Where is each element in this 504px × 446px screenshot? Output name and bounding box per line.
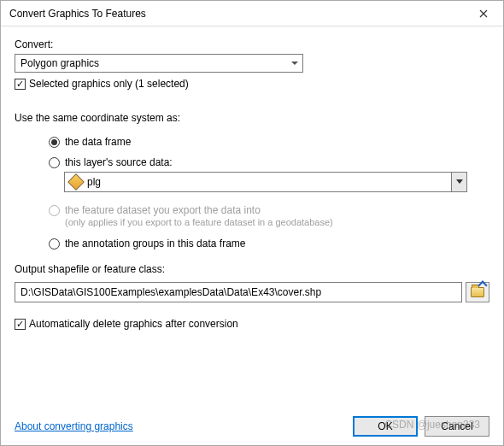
dialog-content: Convert: Polygon graphics ✓ Selected gra… xyxy=(1,26,503,445)
about-link[interactable]: About converting graphics xyxy=(15,420,133,432)
titlebar: Convert Graphics To Features xyxy=(1,1,503,26)
radio-data-frame-label: the data frame xyxy=(65,136,131,148)
cancel-button[interactable]: Cancel xyxy=(425,416,489,437)
radio-feature-dataset xyxy=(49,205,60,216)
ok-button[interactable]: OK xyxy=(353,416,418,437)
radio-feature-dataset-sublabel: (only applies if you export to a feature… xyxy=(65,217,333,227)
auto-delete-checkbox[interactable]: ✓ xyxy=(15,319,26,330)
polygon-layer-icon xyxy=(67,173,85,191)
layer-dropdown-wrap: plg xyxy=(64,172,467,192)
radio-layer-source-row: this layer's source data: xyxy=(49,156,489,168)
selected-only-row: ✓ Selected graphics only (1 selected) xyxy=(15,78,489,90)
coord-radio-group: the data frame this layer's source data:… xyxy=(49,136,489,258)
convert-label: Convert: xyxy=(15,38,489,50)
radio-data-frame-row: the data frame xyxy=(49,136,489,148)
radio-feature-dataset-label: the feature dataset you export the data … xyxy=(65,204,333,216)
button-row: OK Cancel xyxy=(353,416,489,437)
folder-open-icon xyxy=(471,287,484,297)
convert-dropdown-wrap: Polygon graphics xyxy=(15,54,303,73)
layer-dropdown[interactable]: plg xyxy=(64,172,467,192)
output-path-input[interactable] xyxy=(15,282,462,302)
dialog-window: Convert Graphics To Features Convert: Po… xyxy=(0,0,504,446)
coord-system-label: Use the same coordinate system as: xyxy=(15,112,489,124)
radio-annotation[interactable] xyxy=(49,238,60,249)
radio-feature-dataset-text: the feature dataset you export the data … xyxy=(65,204,333,227)
radio-feature-dataset-row: the feature dataset you export the data … xyxy=(49,204,489,227)
radio-data-frame[interactable] xyxy=(49,137,60,148)
dialog-footer: About converting graphics OK Cancel xyxy=(15,408,489,437)
auto-delete-row: ✓ Automatically delete graphics after co… xyxy=(15,318,489,330)
close-icon xyxy=(479,9,488,18)
browse-button[interactable] xyxy=(466,282,489,302)
radio-layer-source-label: this layer's source data: xyxy=(65,156,173,168)
radio-annotation-label: the annotation groups in this data frame xyxy=(65,238,245,249)
layer-dropdown-value: plg xyxy=(87,176,101,188)
window-title: Convert Graphics To Features xyxy=(9,8,146,20)
radio-layer-source[interactable] xyxy=(49,157,60,168)
selected-only-label: Selected graphics only (1 selected) xyxy=(29,78,189,90)
radio-annotation-row: the annotation groups in this data frame xyxy=(49,238,489,249)
chevron-down-icon xyxy=(456,179,463,185)
convert-dropdown[interactable]: Polygon graphics xyxy=(15,54,303,73)
output-row xyxy=(15,282,489,302)
layer-dropdown-arrow[interactable] xyxy=(451,173,466,191)
auto-delete-label: Automatically delete graphics after conv… xyxy=(29,318,238,330)
selected-only-checkbox[interactable]: ✓ xyxy=(15,79,26,90)
close-button[interactable] xyxy=(466,2,501,26)
output-label: Output shapefile or feature class: xyxy=(15,263,489,275)
